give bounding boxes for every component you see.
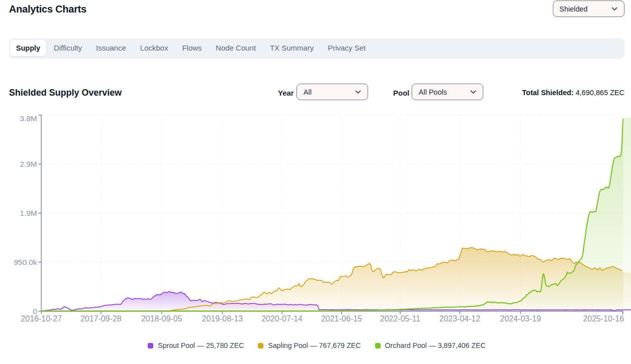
svg-text:2016-10-27: 2016-10-27 xyxy=(21,314,62,323)
svg-text:2018-09-05: 2018-09-05 xyxy=(141,314,182,323)
svg-text:2.9M: 2.9M xyxy=(20,160,37,168)
svg-text:2019-08-13: 2019-08-13 xyxy=(202,314,243,323)
svg-text:2025-10-16: 2025-10-16 xyxy=(583,314,624,323)
svg-text:1.9M: 1.9M xyxy=(20,209,37,217)
svg-text:2022-05-11: 2022-05-11 xyxy=(380,314,421,323)
svg-text:2024-03-19: 2024-03-19 xyxy=(500,314,541,323)
svg-text:3.8M: 3.8M xyxy=(20,114,37,123)
svg-text:2023-04-12: 2023-04-12 xyxy=(439,314,480,323)
svg-text:950.0k: 950.0k xyxy=(14,258,37,266)
svg-text:2021-06-15: 2021-06-15 xyxy=(321,314,362,323)
svg-text:2017-09-28: 2017-09-28 xyxy=(81,314,122,323)
svg-text:2020-07-14: 2020-07-14 xyxy=(261,314,302,323)
